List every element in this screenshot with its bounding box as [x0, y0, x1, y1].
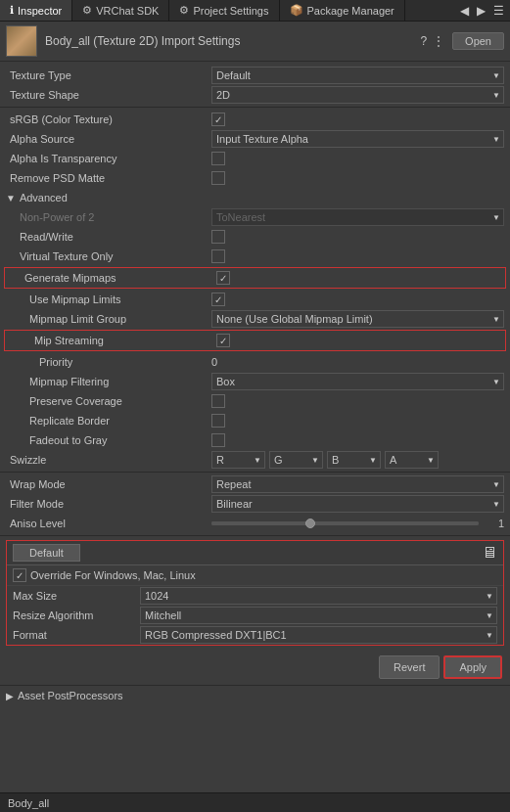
texture-type-value: Default [211, 67, 504, 84]
swizzle-b-dropdown[interactable]: B [327, 451, 381, 469]
resize-algorithm-value: Mitchell [140, 607, 497, 624]
swizzle-a-dropdown[interactable]: A [385, 451, 439, 469]
override-checkbox[interactable] [13, 568, 26, 582]
alpha-transparency-checkbox[interactable] [211, 152, 225, 165]
virtual-texture-label: Virtual Texture Only [6, 250, 211, 262]
priority-value-text: 0 [211, 356, 217, 368]
mipmap-limit-group-value: None (Use Global Mipmap Limit) [211, 310, 504, 328]
aniso-slider-container: 1 [211, 518, 504, 529]
aniso-level-label: Aniso Level [6, 518, 211, 529]
generate-mipmaps-row: Generate Mipmaps [5, 268, 505, 288]
mip-streaming-value [216, 334, 499, 347]
revert-button[interactable]: Revert [379, 655, 440, 679]
tab-menu-btn[interactable]: ☰ [491, 4, 506, 18]
texture-type-dropdown[interactable]: Default [211, 67, 504, 84]
aniso-slider[interactable] [211, 521, 479, 525]
alpha-source-label: Alpha Source [6, 133, 211, 145]
tab-package-manager[interactable]: 📦 Package Manager [280, 0, 405, 21]
swizzle-r-dropdown[interactable]: R [211, 451, 265, 469]
alpha-transparency-value [211, 152, 504, 165]
texture-type-label: Texture Type [6, 69, 211, 81]
asset-post-arrow-icon: ▶ [6, 691, 14, 701]
open-button[interactable]: Open [452, 32, 504, 50]
tab-bar: ℹ Inspector ⚙ VRChat SDK ⚙ Project Setti… [0, 0, 510, 22]
replicate-border-checkbox[interactable] [211, 414, 225, 428]
wrap-mode-value: Repeat [211, 475, 504, 493]
generate-mipmaps-checkbox[interactable] [216, 271, 230, 285]
platform-default-tab[interactable]: Default [13, 544, 80, 562]
platform-section: Default 🖥 Override For Windows, Mac, Lin… [6, 540, 504, 646]
apply-button[interactable]: Apply [443, 655, 502, 679]
use-mipmap-limits-checkbox[interactable] [211, 293, 225, 306]
mip-streaming-checkbox[interactable] [216, 334, 230, 347]
tab-vrchat-sdk[interactable]: ⚙ VRChat SDK [72, 0, 169, 21]
bottom-buttons: Revert Apply [0, 650, 510, 685]
mip-streaming-row: Mip Streaming [5, 331, 505, 350]
menu-dots-icon[interactable]: ⋮ [433, 34, 444, 48]
filter-mode-value: Bilinear [211, 495, 504, 513]
virtual-texture-row: Virtual Texture Only [0, 247, 510, 266]
texture-shape-dropdown[interactable]: 2D [211, 86, 504, 104]
aniso-level-number: 1 [485, 518, 504, 529]
fadeout-gray-row: Fadeout to Gray [0, 430, 510, 450]
format-dropdown[interactable]: RGB Compressed DXT1|BC1 [140, 626, 497, 644]
fadeout-gray-checkbox[interactable] [211, 433, 225, 447]
asset-post-section[interactable]: ▶ Asset PostProcessors [0, 685, 510, 705]
mipmap-filtering-value: Box [211, 373, 504, 390]
status-bar-text: Body_all [8, 797, 49, 809]
texture-shape-row: Texture Shape 2D [0, 85, 510, 105]
format-label: Format [13, 629, 140, 641]
filter-mode-row: Filter Mode Bilinear [0, 494, 510, 514]
non-power-dropdown[interactable]: ToNearest [211, 208, 504, 226]
project-settings-icon: ⚙ [179, 4, 189, 17]
resize-algorithm-dropdown[interactable]: Mitchell [140, 607, 497, 624]
mipmap-limit-group-label: Mipmap Limit Group [6, 313, 211, 325]
mipmap-filtering-dropdown[interactable]: Box [211, 373, 504, 390]
virtual-texture-checkbox[interactable] [211, 249, 225, 263]
max-size-dropdown[interactable]: 1024 [140, 587, 497, 605]
remove-psd-checkbox[interactable] [211, 171, 225, 185]
alpha-source-dropdown[interactable]: Input Texture Alpha [211, 130, 504, 148]
max-size-value: 1024 [140, 587, 497, 605]
help-icon[interactable]: ? [420, 34, 427, 48]
header-icons: ? ⋮ [420, 34, 444, 48]
format-dropdown-wrap: RGB Compressed DXT1|BC1 [140, 626, 497, 644]
format-row: Format RGB Compressed DXT1|BC1 [7, 625, 503, 645]
tab-project-settings[interactable]: ⚙ Project Settings [169, 0, 279, 21]
header: Body_all (Texture 2D) Import Settings ? … [0, 22, 510, 62]
generate-mipmaps-highlight: Generate Mipmaps [4, 267, 506, 289]
non-power-label: Non-Power of 2 [6, 211, 211, 223]
resize-algorithm-row: Resize Algorithm Mitchell [7, 606, 503, 625]
read-write-value [211, 230, 504, 244]
status-bar: Body_all [0, 792, 510, 812]
tab-next-btn[interactable]: ▶ [475, 4, 487, 18]
swizzle-a-wrap: A [385, 451, 439, 469]
swizzle-g-dropdown[interactable]: G [269, 451, 323, 469]
fadeout-gray-label: Fadeout to Gray [6, 434, 211, 446]
alpha-source-dropdown-wrap: Input Texture Alpha [211, 130, 504, 148]
swizzle-row: Swizzle R G B A [0, 450, 510, 470]
texture-shape-label: Texture Shape [6, 89, 211, 101]
alpha-transparency-label: Alpha Is Transparency [6, 153, 211, 164]
tab-prev-btn[interactable]: ◀ [458, 4, 471, 18]
srgb-checkbox[interactable] [211, 113, 225, 126]
mipmap-filtering-row: Mipmap Filtering Box [0, 372, 510, 391]
preserve-coverage-row: Preserve Coverage [0, 391, 510, 411]
wrap-mode-dropdown[interactable]: Repeat [211, 475, 504, 493]
tab-project-settings-label: Project Settings [193, 5, 268, 17]
read-write-checkbox[interactable] [211, 230, 225, 244]
read-write-label: Read/Write [6, 231, 211, 243]
mipmap-limit-group-dropdown[interactable]: None (Use Global Mipmap Limit) [211, 310, 504, 328]
filter-mode-dropdown[interactable]: Bilinear [211, 495, 504, 513]
tab-inspector[interactable]: ℹ Inspector [0, 0, 72, 21]
swizzle-b-wrap: B [327, 451, 381, 469]
swizzle-label: Swizzle [6, 454, 211, 466]
alpha-source-value: Input Texture Alpha [211, 130, 504, 148]
platform-header: Default 🖥 [7, 541, 503, 565]
texture-thumbnail [6, 25, 37, 57]
texture-type-dropdown-wrap: Default [211, 67, 504, 84]
format-value: RGB Compressed DXT1|BC1 [140, 626, 497, 644]
preserve-coverage-checkbox[interactable] [211, 394, 225, 408]
texture-shape-dropdown-wrap: 2D [211, 86, 504, 104]
advanced-section-header[interactable]: ▼ Advanced [0, 188, 510, 207]
